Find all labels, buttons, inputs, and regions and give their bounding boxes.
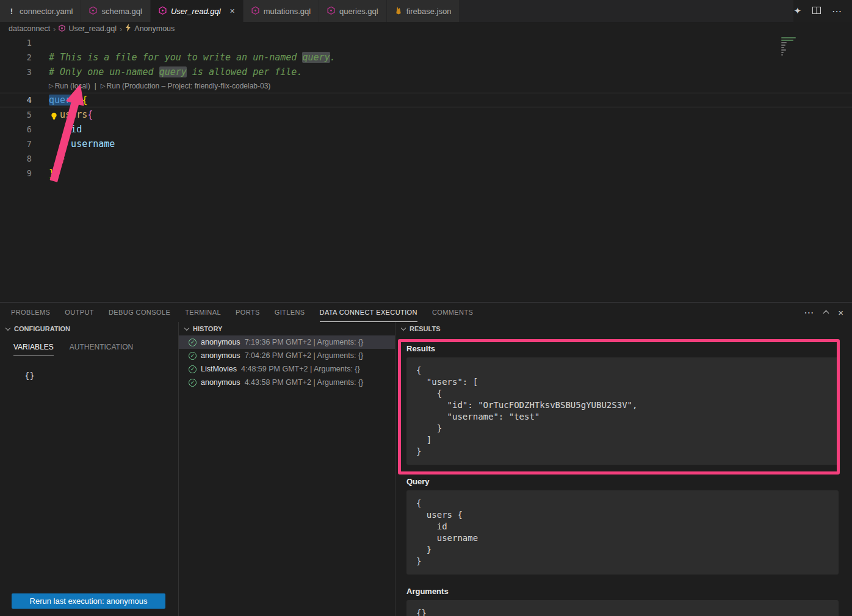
play-icon: ▷ (101, 79, 106, 93)
editor-actions: ✦ ⋯ (793, 0, 852, 22)
chevron-down-icon (401, 325, 406, 330)
editor-line-8: 8 } (0, 151, 852, 166)
panel-tab-problems[interactable]: PROBLEMS (11, 303, 50, 322)
variables-editor[interactable]: {} (24, 371, 178, 381)
bottom-panel: PROBLEMS OUTPUT DEBUG CONSOLE TERMINAL P… (0, 302, 852, 616)
chevron-down-icon (5, 325, 10, 330)
results-section: RESULTS Results { "users": [ { "id": "Or… (395, 322, 852, 616)
play-icon: ▷ (49, 79, 54, 93)
line-number: 7 (0, 137, 32, 151)
graphql-icon (59, 24, 65, 34)
success-check-icon: ✓ (189, 365, 197, 373)
configuration-section: CONFIGURATION VARIABLES AUTHENTICATION {… (0, 322, 179, 616)
symbol-operation-icon (125, 24, 131, 34)
configuration-tabs: VARIABLES AUTHENTICATION (0, 343, 178, 356)
query-label: Query (406, 477, 852, 486)
editor-line-3: 3 # Only one un-named query is allowed p… (0, 65, 852, 79)
panel-tab-output[interactable]: OUTPUT (65, 303, 94, 322)
editor-line-7: 7 username (0, 137, 852, 151)
breadcrumb-separator: › (53, 24, 56, 34)
editor-line-9: 9 } (0, 166, 852, 181)
editor-line-2: 2 # This is a file for you to write an u… (0, 50, 852, 65)
vscode-window: ! connector.yaml schema.gql User_read.gq… (0, 0, 852, 616)
breadcrumb-folder[interactable]: dataconnect (9, 24, 50, 33)
split-editor-icon[interactable] (812, 5, 821, 16)
history-item[interactable]: ✓ anonymous 7:19:36 PM GMT+2 | Arguments… (179, 335, 395, 349)
editor-line-5: 5 users{ (0, 107, 852, 122)
line-number: 1 (0, 35, 32, 50)
tab-user-read-gql[interactable]: User_read.gql × (151, 0, 244, 22)
more-actions-icon[interactable]: ⋯ (832, 5, 842, 17)
tab-schema-gql[interactable]: schema.gql (81, 0, 150, 22)
panel-tab-terminal[interactable]: TERMINAL (185, 303, 221, 322)
breadcrumb-file[interactable]: User_read.gql (68, 24, 117, 33)
tab-label: firebase.json (406, 7, 452, 16)
results-header[interactable]: RESULTS (395, 322, 852, 335)
editor-tab-bar: ! connector.yaml schema.gql User_read.gq… (0, 0, 852, 22)
rerun-last-execution-button[interactable]: Rerun last execution: anonymous (12, 593, 165, 609)
tab-firebase-json[interactable]: firebase.json (387, 0, 460, 22)
run-production-link[interactable]: ▷Run (Production – Project: friendly-fli… (101, 79, 271, 93)
chevron-down-icon (184, 325, 189, 330)
history-item[interactable]: ✓ ListMovies 4:48:59 PM GMT+2 | Argument… (179, 362, 395, 376)
tab-queries-gql[interactable]: queries.gql (319, 0, 387, 22)
graphql-icon (327, 6, 335, 16)
tab-label: User_read.gql (171, 7, 221, 16)
breadcrumb: dataconnect › User_read.gql › Anonymous (0, 22, 852, 35)
line-number: 5 (0, 107, 32, 122)
graphql-icon (159, 6, 167, 16)
tab-mutations-gql[interactable]: mutations.gql (244, 0, 319, 22)
close-panel-icon[interactable]: × (838, 307, 843, 318)
run-local-link[interactable]: ▷Run (local) (49, 79, 90, 93)
firebase-icon (395, 6, 402, 16)
breadcrumb-symbol[interactable]: Anonymous (134, 24, 175, 33)
history-item[interactable]: ✓ anonymous 7:04:26 PM GMT+2 | Arguments… (179, 349, 395, 362)
line-number: 2 (0, 50, 32, 65)
results-json-output: { "users": [ { "id": "OrTucFODZHTksvBSBU… (406, 357, 839, 465)
graphql-icon (89, 6, 97, 16)
success-check-icon: ✓ (189, 352, 197, 360)
yaml-file-icon: ! (8, 7, 15, 16)
code-editor[interactable]: 1 2 # This is a file for you to write an… (0, 35, 852, 302)
panel-tab-gitlens[interactable]: GITLENS (275, 303, 305, 322)
minimap[interactable] (781, 37, 800, 57)
arguments-label: Arguments (406, 587, 852, 596)
success-check-icon: ✓ (189, 338, 197, 346)
tab-authentication[interactable]: AUTHENTICATION (70, 343, 133, 356)
line-number: 8 (0, 151, 32, 166)
results-label: Results (406, 344, 852, 353)
editor-line-6: 6 id (0, 122, 852, 137)
graphql-icon (251, 6, 259, 16)
tab-label: connector.yaml (20, 7, 73, 16)
line-number: 3 (0, 65, 32, 79)
query-text-box: { users { id username } } (406, 490, 839, 575)
line-number: 9 (0, 166, 32, 181)
copilot-sparkle-icon[interactable]: ✦ (793, 5, 801, 16)
panel-tab-bar: PROBLEMS OUTPUT DEBUG CONSOLE TERMINAL P… (0, 303, 852, 322)
tab-variables[interactable]: VARIABLES (13, 343, 54, 356)
line-number: 4 (0, 93, 32, 107)
panel-tab-data-connect-execution[interactable]: DATA CONNECT EXECUTION (320, 303, 417, 322)
breadcrumb-separator: › (120, 24, 122, 34)
tab-label: mutations.gql (264, 7, 311, 16)
tab-label: queries.gql (339, 7, 378, 16)
history-section: HISTORY ✓ anonymous 7:19:36 PM GMT+2 | A… (179, 322, 395, 616)
configuration-header[interactable]: CONFIGURATION (0, 322, 178, 335)
success-check-icon: ✓ (189, 379, 197, 387)
history-item[interactable]: ✓ anonymous 4:43:58 PM GMT+2 | Arguments… (179, 376, 395, 389)
panel-actions: ⋯ × (804, 303, 852, 322)
panel-tab-debug-console[interactable]: DEBUG CONSOLE (109, 303, 170, 322)
panel-tab-comments[interactable]: COMMENTS (432, 303, 473, 322)
maximize-panel-icon[interactable] (823, 310, 829, 317)
close-tab-icon[interactable]: × (230, 7, 235, 15)
editor-line-1: 1 (0, 35, 852, 50)
panel-body: CONFIGURATION VARIABLES AUTHENTICATION {… (0, 322, 852, 616)
arguments-text-box: {} (406, 600, 839, 616)
tab-connector-yaml[interactable]: ! connector.yaml (0, 0, 81, 22)
codelens-separator: | (95, 79, 96, 93)
editor-line-4: 4 query { (0, 93, 852, 107)
history-header[interactable]: HISTORY (179, 322, 395, 335)
panel-more-actions-icon[interactable]: ⋯ (804, 307, 814, 318)
panel-tab-ports[interactable]: PORTS (236, 303, 260, 322)
line-number: 6 (0, 122, 32, 137)
